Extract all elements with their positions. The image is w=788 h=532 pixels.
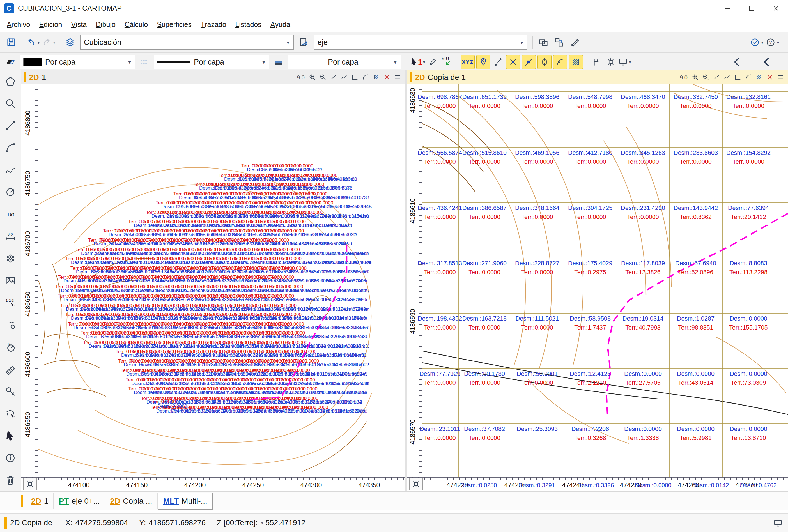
mini-poly-icon[interactable] bbox=[339, 73, 349, 82]
menu-calculo[interactable]: Cálculo bbox=[120, 17, 152, 32]
confirm-button[interactable]: ▾ bbox=[749, 35, 765, 50]
maximize-button[interactable] bbox=[740, 0, 764, 17]
arrange-views-button[interactable] bbox=[551, 35, 567, 50]
lineweight-button[interactable] bbox=[272, 55, 285, 69]
axis-pick-button[interactable] bbox=[296, 35, 312, 50]
curve-tool[interactable] bbox=[3, 163, 18, 178]
project-combo[interactable]: Cubicación▾ bbox=[80, 35, 294, 50]
key-tool[interactable] bbox=[3, 385, 18, 399]
snap-hatch-button[interactable] bbox=[569, 55, 583, 69]
mini-arc-icon[interactable] bbox=[361, 73, 370, 82]
view-settings-button[interactable] bbox=[23, 478, 37, 491]
layers-button[interactable] bbox=[62, 35, 78, 50]
lineweight-combo[interactable]: Por capa▾ bbox=[288, 55, 401, 69]
mini-redx-icon[interactable] bbox=[765, 73, 774, 82]
axis-combo[interactable]: eje▾ bbox=[314, 35, 527, 50]
mini-angle-icon[interactable] bbox=[350, 73, 360, 82]
options-button[interactable] bbox=[604, 55, 618, 69]
view-settings-button[interactable] bbox=[409, 478, 423, 491]
project-combo-caret[interactable]: ▾ bbox=[284, 39, 292, 46]
collapse-panel-button[interactable] bbox=[760, 55, 773, 69]
measure-tool[interactable] bbox=[3, 362, 18, 377]
z-surface-dropdown-caret[interactable]: ▾ bbox=[261, 520, 263, 526]
select-polygon-tool[interactable] bbox=[3, 407, 18, 421]
save-button[interactable] bbox=[3, 35, 19, 50]
menu-ayuda[interactable]: Ayuda bbox=[266, 17, 295, 32]
snap-point-button[interactable] bbox=[476, 55, 490, 69]
snap-center-button[interactable] bbox=[537, 55, 552, 69]
clone-view-button[interactable] bbox=[535, 35, 551, 50]
axis-combo-caret[interactable]: ▾ bbox=[517, 39, 526, 46]
line-tool[interactable] bbox=[3, 119, 18, 133]
plot-frame-button[interactable] bbox=[590, 55, 604, 69]
style-button[interactable] bbox=[3, 55, 17, 69]
text-tool[interactable]: Txt bbox=[3, 207, 18, 222]
dropdown-caret[interactable]: ▾ bbox=[777, 40, 779, 45]
arc-tool[interactable] bbox=[3, 141, 18, 155]
points-tool[interactable] bbox=[3, 252, 18, 266]
collapse-toolbar-button[interactable] bbox=[730, 55, 744, 69]
linestyle-combo[interactable]: Por capa▾ bbox=[154, 55, 269, 69]
view-tab-2[interactable]: PTeje 0+... bbox=[54, 493, 105, 509]
mini-line-icon[interactable] bbox=[329, 73, 338, 82]
snap-tangent-button[interactable] bbox=[553, 55, 567, 69]
menu-archivo[interactable]: Archivo bbox=[2, 17, 35, 32]
mini-hatch-icon[interactable] bbox=[754, 73, 764, 82]
color-combo-caret[interactable]: ▾ bbox=[125, 59, 134, 65]
delete-tool[interactable] bbox=[3, 473, 18, 488]
menu-dibujo[interactable]: Dibujo bbox=[91, 17, 120, 32]
minimize-button[interactable] bbox=[716, 0, 740, 17]
map-view-2d-1[interactable]: Terr.:0.0000Terr.:0.0000Terr.:0.0000Terr… bbox=[21, 84, 405, 478]
screen-layout-icon[interactable] bbox=[772, 518, 784, 528]
dropdown-caret[interactable]: ▾ bbox=[423, 59, 425, 65]
zoom-in-icon[interactable] bbox=[308, 73, 317, 82]
redo-button[interactable]: ▾ bbox=[41, 35, 56, 50]
radius-tool[interactable]: R bbox=[3, 340, 18, 355]
menu-listados[interactable]: Listados bbox=[231, 17, 266, 32]
pointer-mode-button[interactable]: 1▾ bbox=[409, 55, 426, 69]
interpolate-button[interactable] bbox=[567, 35, 583, 50]
linetype-button[interactable] bbox=[137, 55, 152, 69]
select-tool[interactable] bbox=[3, 429, 18, 444]
undo-button[interactable]: ▾ bbox=[25, 35, 41, 50]
mini-hatch-icon[interactable] bbox=[371, 73, 381, 82]
info-tool[interactable] bbox=[3, 451, 18, 466]
dimension-tool[interactable]: 8.0 bbox=[3, 230, 18, 244]
snap-nearest-button[interactable] bbox=[491, 55, 505, 69]
snap-intersection-button[interactable] bbox=[506, 55, 520, 69]
dropdown-caret[interactable]: ▾ bbox=[37, 40, 40, 45]
dropdown-caret[interactable]: ▾ bbox=[53, 40, 56, 45]
screen-config-button[interactable]: ▾ bbox=[618, 55, 632, 69]
menu-trazado[interactable]: Trazado bbox=[196, 17, 231, 32]
zoom-out-icon[interactable] bbox=[701, 73, 711, 82]
menu-superficies[interactable]: Superficies bbox=[152, 17, 196, 32]
view-tab-3[interactable]: 2DCopia ... bbox=[105, 493, 158, 509]
zoom-out-icon[interactable] bbox=[318, 73, 328, 82]
menu-edicion[interactable]: Edición bbox=[35, 17, 66, 32]
numbering-tool[interactable]: 1·2·3 bbox=[3, 296, 18, 311]
view-tab-1[interactable]: 2D1 bbox=[26, 493, 54, 509]
zoom-in-icon[interactable] bbox=[690, 73, 700, 82]
draw-button[interactable] bbox=[426, 55, 440, 69]
dropdown-caret[interactable]: ▾ bbox=[629, 59, 631, 65]
decimal-precision-button[interactable]: 9.0 bbox=[440, 55, 454, 69]
mini-arc-icon[interactable] bbox=[744, 73, 753, 82]
polygon-tool[interactable] bbox=[3, 74, 18, 89]
image-tool[interactable] bbox=[3, 274, 18, 288]
dropdown-caret[interactable]: ▾ bbox=[761, 40, 764, 45]
lineweight-combo-caret[interactable]: ▾ bbox=[391, 59, 399, 65]
panel-splitter[interactable] bbox=[405, 71, 407, 491]
view-tab-4[interactable]: MLTMulti-... bbox=[158, 493, 213, 510]
mini-redx-icon[interactable] bbox=[382, 73, 392, 82]
snap-node-button[interactable] bbox=[522, 55, 536, 69]
mini-menu-icon[interactable] bbox=[393, 73, 402, 82]
zoom-tool[interactable] bbox=[3, 97, 18, 111]
close-button[interactable] bbox=[764, 0, 788, 17]
linestyle-combo-caret[interactable]: ▾ bbox=[259, 59, 268, 65]
mini-line-icon[interactable] bbox=[712, 73, 721, 82]
mini-menu-icon[interactable] bbox=[776, 73, 785, 82]
color-combo[interactable]: Por capa▾ bbox=[20, 55, 135, 69]
menu-vista[interactable]: Vista bbox=[66, 17, 91, 32]
mini-angle-icon[interactable] bbox=[733, 73, 743, 82]
snap-xyz-button[interactable]: XYZ bbox=[460, 55, 475, 69]
